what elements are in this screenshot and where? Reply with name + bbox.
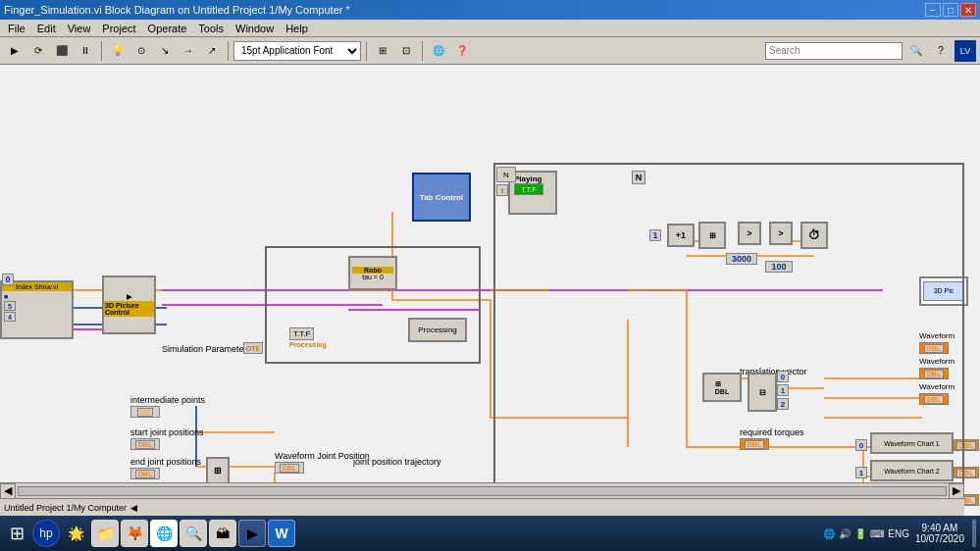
intermediate-dbl: I32 xyxy=(130,406,160,418)
taskbar-mountain-icon[interactable]: 🏔 xyxy=(209,520,236,547)
processing-label: Processing xyxy=(289,341,327,348)
scroll-left-button[interactable]: ◀ xyxy=(0,483,16,499)
processing-inner-label: Processing xyxy=(418,326,457,334)
retain-button[interactable]: ⊙ xyxy=(130,40,152,62)
keyboard-icon[interactable]: ⌨ xyxy=(870,528,884,539)
simulation-params-label: Simulation Parameters xyxy=(162,344,251,354)
end-joint-label: end joint positions xyxy=(130,457,201,467)
diagram: Tab Control Playing T.T.F N 1 +1 ⊞ > > 3… xyxy=(0,65,980,516)
time-display: 9:40 AM xyxy=(922,523,958,533)
step-into-button[interactable]: ↘ xyxy=(154,40,176,62)
subvi-3d-label: 3D Picture Control xyxy=(104,301,154,317)
menu-view[interactable]: View xyxy=(62,22,97,35)
const-0: 0 xyxy=(2,274,14,285)
for-loop-structure[interactable] xyxy=(493,163,964,516)
run-button[interactable]: ▶ xyxy=(4,40,26,62)
windows-icon: ⊞ xyxy=(10,523,25,544)
processing-subvi-inner[interactable]: Processing xyxy=(408,318,467,342)
env-button[interactable]: 🌐 xyxy=(428,40,449,62)
separator-1 xyxy=(101,41,102,61)
taskbar-search-icon[interactable]: 🔍 xyxy=(180,520,207,547)
menu-tools[interactable]: Tools xyxy=(192,22,230,35)
start-joint-label: start joint positions xyxy=(130,427,204,437)
menu-window[interactable]: Window xyxy=(230,22,280,35)
scroll-arrow: ◀ xyxy=(130,503,137,513)
separator-4 xyxy=(422,41,423,61)
joint-pos-dbl: DBL xyxy=(275,462,304,474)
end-joint-dbl: DBL xyxy=(130,468,160,479)
pause-button[interactable]: ⏸ xyxy=(75,40,96,62)
menu-file[interactable]: File xyxy=(2,22,31,35)
joint-pos-traj-label: joint position trajectory xyxy=(353,457,441,467)
robo-subvi[interactable]: Robo tau = 0 xyxy=(348,256,397,290)
bundle-block2[interactable]: ⊞ xyxy=(206,457,230,484)
separator-3 xyxy=(366,41,367,61)
search-input[interactable] xyxy=(765,42,903,60)
statusbar-text: Untitled Project 1/My Computer xyxy=(4,503,127,513)
separator-2 xyxy=(228,41,229,61)
menu-edit[interactable]: Edit xyxy=(31,22,62,35)
hscrollbar[interactable]: ◀ ▶ xyxy=(0,482,964,498)
menubar: File Edit View Project Operate Tools Win… xyxy=(0,20,980,37)
intermediate-points-label: intermediate points xyxy=(130,395,205,405)
step-over-button[interactable]: → xyxy=(178,40,199,62)
taskbar-star-icon[interactable]: 🌟 xyxy=(62,520,89,547)
show-desktop-button[interactable] xyxy=(972,520,976,547)
step-out-button[interactable]: ↗ xyxy=(201,40,223,62)
titlebar-title: Finger_Simulation.vi Block Diagram on Un… xyxy=(4,4,350,16)
tab-control-block[interactable]: Tab Control xyxy=(412,173,471,222)
start-joint-dbl: DBL xyxy=(130,438,160,450)
robo-label: Robo xyxy=(352,267,393,274)
close-button[interactable]: ✕ xyxy=(960,3,976,17)
titlebar: Finger_Simulation.vi Block Diagram on Un… xyxy=(0,0,980,20)
taskbar-right: 🌐 🔊 🔋 ⌨ ENG 9:40 AM 10/07/2020 xyxy=(823,520,976,547)
minimize-button[interactable]: − xyxy=(925,3,941,17)
maximize-button[interactable]: □ xyxy=(943,3,958,17)
network-icon[interactable]: 🌐 xyxy=(823,528,835,539)
menu-operate[interactable]: Operate xyxy=(142,22,193,35)
volume-icon[interactable]: 🔊 xyxy=(839,528,851,539)
question-button[interactable]: ? xyxy=(930,40,952,62)
titlebar-controls: − □ ✕ xyxy=(925,3,976,17)
menu-help[interactable]: Help xyxy=(280,22,314,35)
index-show-vi[interactable]: Index Show.vi ■ 5 4 xyxy=(0,280,74,339)
subvi-arrow-label: ▶ xyxy=(127,293,131,301)
align-button[interactable]: ⊞ xyxy=(372,40,393,62)
lang-indicator: ENG xyxy=(888,528,909,539)
taskbar-chrome-icon[interactable]: 🌐 xyxy=(150,520,178,547)
ttf-inner: T.T.F xyxy=(289,327,314,340)
sys-tray: 🌐 🔊 🔋 ⌨ ENG xyxy=(823,528,909,539)
sim-params-const: OTE xyxy=(243,342,263,354)
taskbar-folder-icon[interactable]: 📁 xyxy=(91,520,119,547)
canvas-area[interactable]: Tab Control Playing T.T.F N 1 +1 ⊞ > > 3… xyxy=(0,65,980,516)
start-button[interactable]: ⊞ xyxy=(4,520,30,547)
taskbar: ⊞ hp 🌟 📁 🦊 🌐 🔍 🏔 ▶ W 🌐 🔊 🔋 ⌨ ENG 9:40 AM… xyxy=(0,516,980,551)
statusbar: Untitled Project 1/My Computer ◀ xyxy=(0,498,964,516)
clock[interactable]: 9:40 AM 10/07/2020 xyxy=(915,523,964,544)
battery-icon[interactable]: 🔋 xyxy=(854,528,866,539)
i-terminal[interactable]: i xyxy=(496,184,508,196)
distribute-button[interactable]: ⊡ xyxy=(395,40,417,62)
taskbar-firefox-icon[interactable]: 🦊 xyxy=(121,520,148,547)
font-dropdown[interactable]: 15pt Application Font xyxy=(233,41,361,61)
scroll-right-button[interactable]: ▶ xyxy=(949,483,964,499)
tab-control-label: Tab Control xyxy=(420,193,463,202)
menu-project[interactable]: Project xyxy=(96,22,141,35)
date-display: 10/07/2020 xyxy=(915,533,964,544)
scroll-track[interactable] xyxy=(18,486,947,496)
toolbar: ▶ ⟳ ⬛ ⏸ 💡 ⊙ ↘ → ↗ 15pt Application Font … xyxy=(0,37,980,65)
labview-help-button[interactable]: LV xyxy=(954,40,976,62)
taskbar-word-icon[interactable]: W xyxy=(268,520,295,547)
highlight-button[interactable]: 💡 xyxy=(107,40,129,62)
taskbar-play-icon[interactable]: ▶ xyxy=(238,520,266,547)
run-continuously-button[interactable]: ⟳ xyxy=(27,40,49,62)
n-terminal[interactable]: N xyxy=(496,167,516,182)
tau-label: tau = 0 xyxy=(362,274,384,280)
abort-button[interactable]: ⬛ xyxy=(51,40,73,62)
taskbar-hp-icon[interactable]: hp xyxy=(32,520,60,547)
search-button[interactable]: 🔍 xyxy=(905,40,927,62)
help-button[interactable]: ❓ xyxy=(451,40,473,62)
arrow-subvi[interactable]: ▶ 3D Picture Control xyxy=(102,276,156,334)
